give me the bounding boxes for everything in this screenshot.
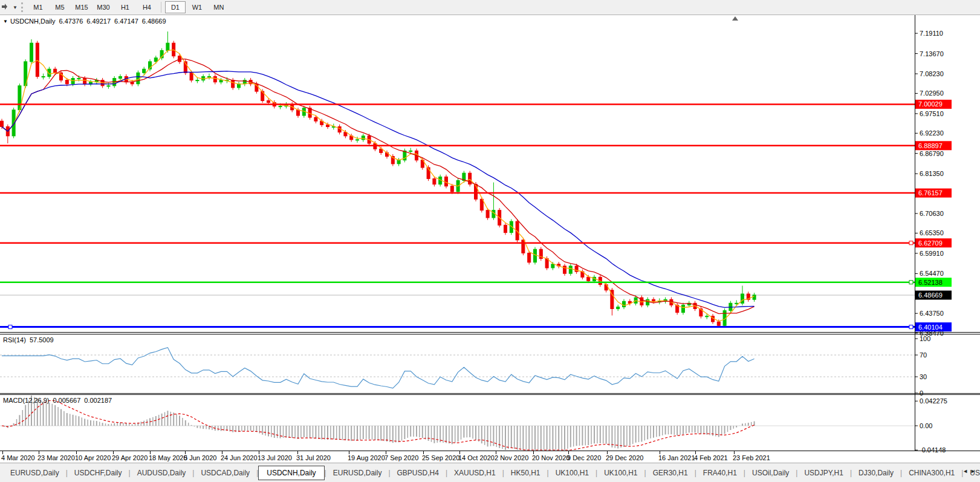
tab-audusd-daily[interactable]: AUDUSD,Daily xyxy=(131,466,193,480)
rsi-axis-tick-label: 100 xyxy=(920,335,930,342)
price-axis-tick-label: 6.86790 xyxy=(920,150,944,157)
macd-axis-tick-label: 0.00 xyxy=(920,422,932,429)
timeframe-button-d1[interactable]: D1 xyxy=(165,1,186,13)
timeframe-button-h4[interactable]: H4 xyxy=(137,1,157,13)
price-label-badge-text: 6.76157 xyxy=(918,189,943,197)
tab-eurusd-daily[interactable]: EURUSD,Daily xyxy=(4,466,66,480)
candle-body xyxy=(213,77,216,82)
timeframe-button-m30[interactable]: M30 xyxy=(93,1,114,13)
tab-gbpusd-h4[interactable]: GBPUSD,H4 xyxy=(391,466,446,480)
tab-uk100-h1[interactable]: UK100,H1 xyxy=(549,466,595,480)
tab-ger30-h1[interactable]: GER30,H1 xyxy=(646,466,695,480)
price-axis-tick-label: 6.92230 xyxy=(920,129,944,137)
candle-body xyxy=(314,117,317,121)
timeframe-button-h1[interactable]: H1 xyxy=(115,1,135,13)
line-drag-handle[interactable] xyxy=(909,241,913,245)
macd-value-1: 0.005667 xyxy=(53,397,80,404)
rsi-line xyxy=(2,348,754,388)
date-axis-label: 13 Jul 2020 xyxy=(258,454,292,461)
macd-axis-tick-label: -0.04148 xyxy=(920,446,946,454)
dropdown-caret-icon[interactable]: ▼ xyxy=(13,5,18,10)
ohlc-low: 6.47147 xyxy=(114,18,138,25)
rsi-axis-tick-label: 0 xyxy=(920,389,923,397)
date-axis-label: 9 Dec 2020 xyxy=(567,454,601,461)
chart-symbol: USDCNH,Daily xyxy=(10,18,56,25)
tab-fra40-h1[interactable]: FRA40,H1 xyxy=(696,466,744,480)
tab-eurusd-daily[interactable]: EURUSD,Daily xyxy=(326,466,389,480)
line-drag-handle[interactable] xyxy=(909,325,913,329)
candle-body xyxy=(166,43,169,50)
candle-body xyxy=(504,225,507,232)
candle-body xyxy=(154,58,157,62)
timeframe-button-mn[interactable]: MN xyxy=(209,1,229,13)
date-axis-label: 4 Mar 2020 xyxy=(1,454,35,461)
tab-usdchf-daily[interactable]: USDCHF,Daily xyxy=(68,466,129,480)
macd-indicator-label: MACD(12,26,9)0.0056670.002187 xyxy=(3,397,112,404)
date-axis-label: 10 Apr 2020 xyxy=(75,454,111,461)
candle-body xyxy=(652,299,655,301)
date-axis-label: 2 Nov 2020 xyxy=(495,454,528,461)
tab-usdjpy-h1[interactable]: USDJPY,H1 xyxy=(797,466,849,480)
candle-body xyxy=(119,77,122,79)
candle-body xyxy=(522,240,525,253)
tab-scroll-arrows: ◄► xyxy=(962,468,978,474)
tab-china300-h1[interactable]: CHINA300,H1 xyxy=(902,466,961,480)
ma-mid-line[interactable] xyxy=(2,59,754,314)
timeframe-button-m15[interactable]: M15 xyxy=(71,1,92,13)
tab-dj30-daily[interactable]: DJ30,Daily xyxy=(852,466,900,480)
date-axis-label: 31 Jul 2020 xyxy=(296,454,331,461)
candle-body xyxy=(475,184,478,200)
date-axis-label: 7 Sep 2020 xyxy=(385,454,418,461)
candle-body xyxy=(42,77,45,77)
line-drag-handle[interactable] xyxy=(8,325,12,329)
price-axis-tick-label: 6.97510 xyxy=(920,110,944,117)
date-axis-label: 16 Jan 2021 xyxy=(658,454,695,461)
symbol-tabs: EURUSD,Daily|USDCHF,Daily|AUDUSD,Daily|U… xyxy=(4,463,980,482)
rsi-axis-tick-label: 70 xyxy=(920,351,927,359)
candle-body xyxy=(617,307,620,309)
candle-body xyxy=(735,303,738,304)
tab-hk50-h1[interactable]: HK50,H1 xyxy=(504,466,547,480)
ma-slow-line[interactable] xyxy=(2,71,754,308)
timeframe-button-w1[interactable]: W1 xyxy=(187,1,207,13)
candle-body xyxy=(297,110,300,116)
date-axis-label: 29 Dec 2020 xyxy=(606,454,643,461)
candle-body xyxy=(717,322,720,325)
chart-cursor-tool[interactable]: ▼ xyxy=(1,1,18,13)
price-label-badge-text: 6.52138 xyxy=(918,279,943,286)
date-axis-label: 4 Feb 2021 xyxy=(694,454,728,461)
price-axis-tick-label: 7.19110 xyxy=(920,30,943,37)
toolbar-separator xyxy=(161,2,161,13)
candle-body xyxy=(356,140,359,140)
tab-usdcad-daily[interactable]: USDCAD,Daily xyxy=(194,466,256,480)
candle-body xyxy=(741,294,744,303)
candle-body xyxy=(137,73,140,83)
tab-scroll-left-icon[interactable]: ◄ xyxy=(962,468,970,474)
candle-body xyxy=(433,179,436,184)
candle-body xyxy=(326,125,329,126)
timeframe-buttons: M1M5M15M30H1H4D1W1MN xyxy=(27,1,230,13)
collapse-indicator-icon[interactable]: ▼ xyxy=(3,19,8,24)
tab-scroll-right-icon[interactable]: ► xyxy=(970,468,978,474)
tab-usdcnh-daily[interactable]: USDCNH,Daily xyxy=(258,466,324,480)
price-label-badge-text: 6.48669 xyxy=(918,291,943,299)
date-axis-label: 24 Jun 2020 xyxy=(221,454,258,461)
candle-body xyxy=(1,121,4,126)
price-label-badge-text: 6.40104 xyxy=(918,324,943,331)
candle-body xyxy=(30,43,33,62)
crosshair-arrows-icon xyxy=(1,3,11,11)
toolbar-grip[interactable] xyxy=(21,2,23,12)
candle-body xyxy=(107,86,110,86)
candle-body xyxy=(480,199,483,210)
timeframe-button-m5[interactable]: M5 xyxy=(50,1,70,13)
tab-uk100-h1[interactable]: UK100,H1 xyxy=(597,466,644,480)
candle-body xyxy=(587,277,590,281)
date-axis-label: 20 Nov 2020 xyxy=(532,454,570,461)
tab-xauusd-h1[interactable]: XAUUSD,H1 xyxy=(447,466,502,480)
candle-body xyxy=(208,77,211,77)
chart-canvas[interactable]: 7.191107.136707.082307.029506.975106.922… xyxy=(0,0,980,482)
timeframe-button-m1[interactable]: M1 xyxy=(28,1,48,13)
line-drag-handle[interactable] xyxy=(909,281,913,284)
candle-body xyxy=(486,210,489,218)
tab-usoil-daily[interactable]: USOil,Daily xyxy=(745,466,796,480)
